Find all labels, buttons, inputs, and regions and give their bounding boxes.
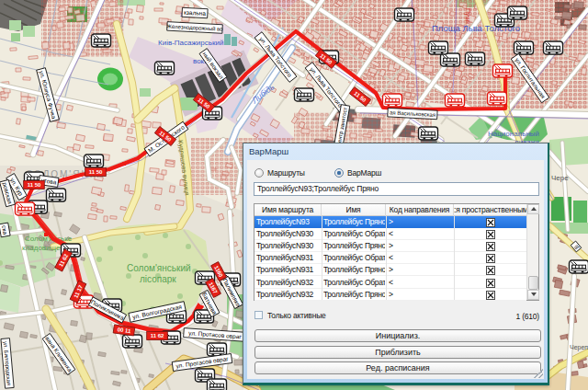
svg-text:Чере: Чере	[551, 174, 569, 182]
svg-text:лісопарк: лісопарк	[140, 274, 176, 284]
svg-text:11 62: 11 62	[151, 333, 164, 338]
svg-text:Пушк: Пушк	[464, 8, 471, 25]
svg-text:Национальный: Национальный	[488, 130, 539, 138]
svg-text:Киів-Пасажирський: Киів-Пасажирський	[158, 39, 223, 47]
svg-text:Солом'янський: Солом'янський	[127, 263, 191, 273]
svg-text:Череп: Череп	[570, 344, 588, 351]
svg-text:кзальна: кзальна	[184, 9, 207, 17]
svg-text:11 50: 11 50	[89, 169, 103, 175]
svg-text:11 50: 11 50	[28, 182, 41, 188]
svg-text:кладовище: кладовище	[22, 244, 61, 252]
